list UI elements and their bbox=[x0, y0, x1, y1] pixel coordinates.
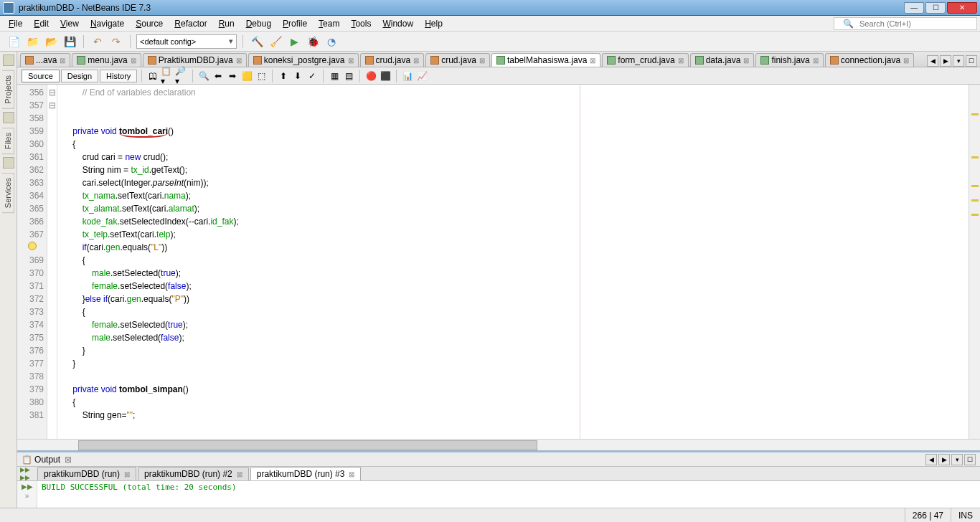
run-icon[interactable]: ▶ bbox=[286, 34, 302, 49]
editor-tool-icon[interactable]: ▤ bbox=[342, 70, 355, 82]
code-editor[interactable]: 3563573583593603613623633643653663673693… bbox=[17, 85, 980, 439]
warning-mark[interactable] bbox=[971, 113, 979, 115]
services-icon[interactable] bbox=[3, 157, 14, 169]
editor-tool-icon[interactable]: 🔴 bbox=[364, 70, 377, 82]
editor-tool-icon[interactable]: ⬛ bbox=[379, 70, 392, 82]
side-tab-files[interactable]: Files bbox=[2, 128, 14, 154]
menu-debug[interactable]: Debug bbox=[240, 17, 277, 30]
code-content[interactable]: // End of variables declaration private … bbox=[57, 85, 969, 439]
editor-tool-icon[interactable]: 🟨 bbox=[240, 70, 253, 82]
output-tab[interactable]: praktikumDBD (run)⊠ bbox=[37, 467, 136, 480]
menu-help[interactable]: Help bbox=[419, 17, 448, 30]
editor-tool-icon[interactable]: 🔍 bbox=[197, 70, 210, 82]
warning-mark[interactable] bbox=[971, 214, 979, 216]
quick-search[interactable]: 🔍 bbox=[834, 17, 977, 30]
editor-tool-icon[interactable]: ⬅ bbox=[212, 70, 225, 82]
file-tab[interactable]: menu.java⊠ bbox=[72, 53, 141, 67]
new-file-icon[interactable]: 📄 bbox=[6, 34, 22, 49]
undo-icon[interactable]: ↶ bbox=[90, 34, 105, 49]
run-config-combo[interactable]: <default config> bbox=[136, 34, 237, 49]
editor-tool-icon[interactable]: ✓ bbox=[306, 70, 319, 82]
file-tab[interactable]: connection.java⊠ bbox=[825, 53, 914, 67]
tab-close-icon[interactable]: ⊠ bbox=[813, 57, 819, 65]
tab-close-icon[interactable]: ⊠ bbox=[60, 57, 65, 65]
minimize-button[interactable]: — bbox=[904, 2, 924, 14]
file-tab[interactable]: koneksi_postgre.java⊠ bbox=[248, 53, 359, 67]
rerun-icon[interactable]: ▶▶ bbox=[19, 466, 32, 473]
tab-scroll-right-icon[interactable]: ▶ bbox=[940, 55, 951, 67]
close-button[interactable]: ✕ bbox=[947, 2, 977, 14]
output-close-icon[interactable]: ⊠ bbox=[65, 455, 72, 465]
clean-build-icon[interactable]: 🧹 bbox=[268, 34, 283, 49]
menu-source[interactable]: Source bbox=[130, 17, 169, 30]
editor-tool-icon[interactable]: 📈 bbox=[415, 70, 428, 82]
search-input[interactable] bbox=[859, 19, 974, 28]
new-project-icon[interactable]: 📁 bbox=[24, 34, 40, 49]
files-icon[interactable] bbox=[3, 112, 14, 123]
side-tab-services[interactable]: Services bbox=[2, 173, 14, 213]
out-scroll-left-icon[interactable]: ◀ bbox=[925, 454, 937, 465]
editor-tool-icon[interactable]: ▦ bbox=[328, 70, 341, 82]
file-tab[interactable]: crud.java⊠ bbox=[425, 53, 490, 67]
side-tab-projects[interactable]: Projects bbox=[2, 70, 14, 109]
tab-close-icon[interactable]: ⊠ bbox=[236, 57, 242, 65]
output-tab-close-icon[interactable]: ⊠ bbox=[124, 470, 130, 478]
output-tab-close-icon[interactable]: ⊠ bbox=[349, 470, 354, 478]
editor-tool-icon[interactable]: 📊 bbox=[401, 70, 414, 82]
warning-mark[interactable] bbox=[971, 199, 979, 201]
file-tab[interactable]: finish.java⊠ bbox=[755, 53, 823, 67]
tab-close-icon[interactable]: ⊠ bbox=[590, 57, 595, 65]
rerun2-icon[interactable]: ▶▶ bbox=[19, 474, 32, 481]
menu-tools[interactable]: Tools bbox=[345, 17, 377, 30]
editor-tool-icon[interactable]: 🕮 bbox=[146, 70, 159, 82]
out-max-icon[interactable]: ☐ bbox=[964, 454, 976, 465]
menu-window[interactable]: Window bbox=[377, 17, 419, 30]
stop-small-icon[interactable]: » bbox=[25, 492, 29, 500]
view-design-button[interactable]: Design bbox=[61, 70, 98, 82]
rerun-small-icon[interactable]: ▶▶ bbox=[22, 483, 33, 490]
tab-max-icon[interactable]: ☐ bbox=[966, 55, 977, 67]
horizontal-scrollbar[interactable] bbox=[17, 439, 980, 450]
editor-tool-icon[interactable]: ⬚ bbox=[255, 70, 268, 82]
output-text[interactable]: BUILD SUCCESSFUL (total time: 20 seconds… bbox=[37, 481, 980, 508]
save-all-icon[interactable]: 💾 bbox=[62, 34, 77, 49]
file-tab[interactable]: data.java⊠ bbox=[690, 53, 755, 67]
output-tab[interactable]: praktikumDBD (run) #2⊠ bbox=[138, 467, 249, 480]
scrollbar-thumb[interactable] bbox=[78, 440, 537, 450]
view-history-button[interactable]: History bbox=[100, 70, 137, 82]
projects-icon[interactable] bbox=[3, 54, 14, 66]
editor-tool-icon[interactable]: 🔎▾ bbox=[175, 70, 188, 82]
menu-profile[interactable]: Profile bbox=[277, 17, 313, 30]
build-icon[interactable]: 🔨 bbox=[249, 34, 265, 49]
file-tab[interactable]: PraktikumDBD.java⊠ bbox=[143, 53, 247, 67]
profile-icon[interactable]: ◔ bbox=[324, 34, 339, 49]
maximize-button[interactable]: ☐ bbox=[925, 2, 946, 14]
output-tab[interactable]: praktikumDBD (run) #3⊠ bbox=[250, 467, 362, 480]
file-tab[interactable]: tabelMahasiswa.java⊠ bbox=[491, 53, 600, 67]
output-tab-close-icon[interactable]: ⊠ bbox=[237, 470, 242, 478]
tab-close-icon[interactable]: ⊠ bbox=[479, 57, 485, 65]
file-tab[interactable]: ...ava⊠ bbox=[20, 53, 70, 67]
out-list-icon[interactable]: ▾ bbox=[951, 454, 963, 465]
menu-refactor[interactable]: Refactor bbox=[169, 17, 212, 30]
menu-edit[interactable]: Edit bbox=[28, 17, 55, 30]
warning-mark[interactable] bbox=[971, 185, 979, 187]
debug-icon[interactable]: 🐞 bbox=[305, 34, 321, 49]
tab-close-icon[interactable]: ⊠ bbox=[678, 57, 684, 65]
tab-close-icon[interactable]: ⊠ bbox=[743, 57, 749, 65]
editor-tool-icon[interactable]: ⬆ bbox=[277, 70, 290, 82]
menu-navigate[interactable]: Navigate bbox=[85, 17, 130, 30]
editor-tool-icon[interactable]: 📋▾ bbox=[161, 70, 174, 82]
editor-tool-icon[interactable]: ⬇ bbox=[291, 70, 304, 82]
tab-list-icon[interactable]: ▾ bbox=[953, 55, 964, 67]
tab-close-icon[interactable]: ⊠ bbox=[413, 57, 419, 65]
tab-close-icon[interactable]: ⊠ bbox=[131, 57, 136, 65]
editor-tool-icon[interactable]: ➡ bbox=[226, 70, 239, 82]
file-tab[interactable]: crud.java⊠ bbox=[360, 53, 425, 67]
file-tab[interactable]: form_crud.java⊠ bbox=[602, 53, 688, 67]
out-scroll-right-icon[interactable]: ▶ bbox=[938, 454, 950, 465]
error-stripe[interactable] bbox=[969, 85, 980, 439]
fold-column[interactable]: ⊟⊟ bbox=[47, 85, 57, 439]
menu-team[interactable]: Team bbox=[313, 17, 345, 30]
menu-file[interactable]: File bbox=[3, 17, 28, 30]
